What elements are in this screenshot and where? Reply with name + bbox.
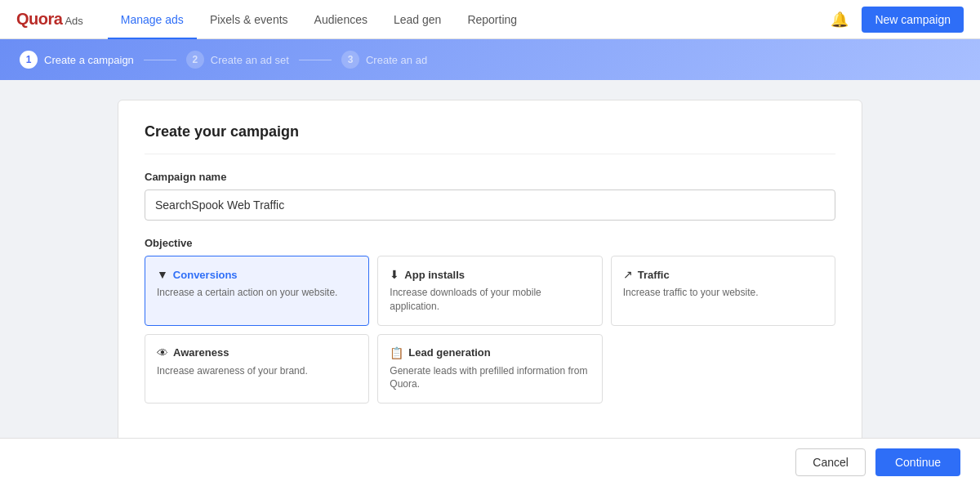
- lead-gen-title: Lead generation: [408, 346, 490, 359]
- lead-gen-desc: Generate leads with prefilled informatio…: [390, 364, 590, 392]
- campaign-name-group: Campaign name: [145, 171, 835, 221]
- objective-awareness[interactable]: 👁 Awareness Increase awareness of your b…: [145, 334, 369, 404]
- step-1: 1 Create a campaign: [20, 51, 134, 69]
- main-content: Create your campaign Campaign name Objec…: [98, 80, 882, 486]
- awareness-title: Awareness: [173, 346, 229, 359]
- objective-traffic-header: ↗ Traffic: [623, 268, 823, 281]
- nav-menu: Manage ads Pixels & events Audiences Lea…: [108, 0, 831, 39]
- app-installs-title: App installs: [404, 269, 465, 281]
- objective-label: Objective: [145, 237, 835, 249]
- app-installs-desc: Increase downloads of your mobile applic…: [390, 286, 590, 314]
- cancel-button[interactable]: Cancel: [795, 448, 866, 476]
- lead-gen-icon: 📋: [390, 346, 403, 359]
- objectives-grid: ▼ Conversions Increase a certain action …: [145, 256, 835, 404]
- objective-traffic[interactable]: ↗ Traffic Increase traffic to your websi…: [611, 256, 835, 326]
- logo-ads: Ads: [65, 15, 82, 27]
- navbar: Quora Ads Manage ads Pixels & events Aud…: [0, 0, 980, 39]
- create-campaign-card: Create your campaign Campaign name Objec…: [118, 100, 862, 444]
- step-2-number: 2: [186, 51, 204, 69]
- footer-actions: Cancel Continue: [0, 438, 980, 486]
- nav-item-pixels[interactable]: Pixels & events: [197, 0, 301, 39]
- logo: Quora Ads: [16, 10, 83, 29]
- objective-awareness-header: 👁 Awareness: [157, 346, 357, 359]
- step-1-number: 1: [20, 51, 38, 69]
- bell-icon[interactable]: 🔔: [831, 11, 849, 29]
- conversions-desc: Increase a certain action on your websit…: [157, 286, 357, 300]
- nav-item-audiences[interactable]: Audiences: [301, 0, 381, 39]
- awareness-desc: Increase awareness of your brand.: [157, 364, 357, 378]
- conversions-icon: ▼: [157, 268, 168, 281]
- objective-lead-generation[interactable]: 📋 Lead generation Generate leads with pr…: [377, 334, 602, 404]
- objective-group: Objective ▼ Conversions Increase a certa…: [145, 237, 835, 404]
- awareness-icon: 👁: [157, 346, 168, 359]
- objective-lead-gen-header: 📋 Lead generation: [390, 346, 590, 359]
- traffic-title: Traffic: [638, 269, 670, 281]
- nav-item-manage-ads[interactable]: Manage ads: [108, 0, 197, 39]
- objective-conversions-header: ▼ Conversions: [157, 268, 357, 281]
- step-2: 2 Create an ad set: [186, 51, 289, 69]
- step-divider-1: [144, 60, 176, 60]
- traffic-desc: Increase traffic to your website.: [623, 286, 823, 300]
- new-campaign-button[interactable]: New campaign: [862, 7, 964, 33]
- step-3: 3 Create an ad: [341, 51, 427, 69]
- step-2-label: Create an ad set: [211, 54, 289, 66]
- create-campaign-title: Create your campaign: [145, 123, 835, 154]
- conversions-title: Conversions: [173, 269, 238, 281]
- continue-button[interactable]: Continue: [875, 448, 960, 476]
- app-installs-icon: ⬇: [390, 268, 399, 281]
- objective-app-installs-header: ⬇ App installs: [390, 268, 590, 281]
- objective-app-installs[interactable]: ⬇ App installs Increase downloads of you…: [377, 256, 602, 326]
- step-1-label: Create a campaign: [44, 54, 134, 66]
- step-3-label: Create an ad: [366, 54, 427, 66]
- logo-quora: Quora: [16, 10, 62, 29]
- step-3-number: 3: [341, 51, 359, 69]
- nav-item-lead-gen[interactable]: Lead gen: [381, 0, 454, 39]
- navbar-right: 🔔 New campaign: [831, 7, 964, 33]
- stepper: 1 Create a campaign 2 Create an ad set 3…: [0, 39, 980, 80]
- nav-item-reporting[interactable]: Reporting: [454, 0, 530, 39]
- traffic-icon: ↗: [623, 268, 633, 281]
- step-divider-2: [299, 60, 332, 60]
- campaign-name-input[interactable]: [145, 189, 835, 221]
- objective-conversions[interactable]: ▼ Conversions Increase a certain action …: [145, 256, 369, 326]
- campaign-name-label: Campaign name: [145, 171, 835, 183]
